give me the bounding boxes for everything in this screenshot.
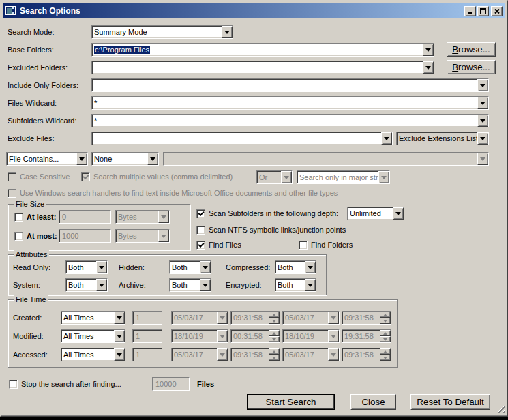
find-files-checkbox[interactable] xyxy=(196,241,205,250)
include-only-folders-combobox[interactable] xyxy=(91,78,489,92)
read-only-select[interactable]: Both xyxy=(65,260,108,274)
chevron-down-icon[interactable] xyxy=(114,330,125,342)
archive-value: Both xyxy=(170,279,200,291)
modified-mode-select[interactable]: All Times xyxy=(61,329,125,343)
chevron-down-icon[interactable] xyxy=(114,312,125,324)
accessed-count-input: 1 xyxy=(132,348,162,361)
archive-label: Archive: xyxy=(119,280,146,290)
chevron-down-icon[interactable] xyxy=(477,79,488,91)
accessed-mode-select[interactable]: All Times xyxy=(61,348,125,361)
close-icon xyxy=(494,9,500,14)
at-most-label: At most: xyxy=(27,231,57,241)
chevron-down-icon[interactable] xyxy=(423,61,434,74)
encrypted-select[interactable]: Both xyxy=(275,278,316,292)
chevron-down-icon[interactable] xyxy=(423,44,434,56)
windows-search-handlers-checkbox xyxy=(8,189,16,198)
system-select[interactable]: Both xyxy=(65,278,108,292)
stream-select: Search only in major strea xyxy=(297,170,390,184)
subfolders-wildcard-combobox[interactable]: * xyxy=(91,114,489,127)
at-least-unit-select: Bytes xyxy=(115,210,170,224)
created-date-from-picker: 05/03/17 xyxy=(171,311,228,325)
file-time-group-title: File Time xyxy=(14,295,48,304)
chevron-down-icon[interactable] xyxy=(305,279,316,291)
minimize-button[interactable] xyxy=(464,6,476,16)
chevron-down-icon[interactable] xyxy=(76,153,87,165)
scan-subfolders-checkbox[interactable] xyxy=(196,209,205,218)
files-unit-label: Files xyxy=(197,379,214,389)
titlebar[interactable]: Search Options xyxy=(3,3,505,18)
chevron-down-icon[interactable] xyxy=(477,132,488,145)
base-folders-input[interactable]: c:\Program Files xyxy=(92,44,423,56)
search-mode-select[interactable]: Summary Mode xyxy=(91,25,233,39)
hidden-select[interactable]: Both xyxy=(169,260,211,274)
multiple-values-label: Search multiple values (comma delimited) xyxy=(93,172,233,181)
archive-select[interactable]: Both xyxy=(169,278,211,292)
app-icon[interactable] xyxy=(5,5,16,16)
chevron-down-icon[interactable] xyxy=(477,97,488,109)
accessed-date-from-value: 05/03/17 xyxy=(172,348,217,361)
minimize-icon xyxy=(468,9,473,14)
chevron-down-icon[interactable] xyxy=(114,348,125,361)
files-wildcard-input[interactable]: * xyxy=(92,97,477,109)
close-dialog-button[interactable]: Close xyxy=(350,394,396,410)
find-folders-label: Find Folders xyxy=(311,240,353,250)
created-mode-select[interactable]: All Times xyxy=(61,311,125,325)
chevron-down-icon[interactable] xyxy=(96,279,107,291)
exclude-files-label: Exclude Files: xyxy=(8,134,54,143)
chevron-down-icon[interactable] xyxy=(477,115,488,127)
accessed-time-from-spinner: 09:31:58 xyxy=(230,348,280,361)
at-least-checkbox[interactable] xyxy=(14,213,23,222)
excluded-folders-combobox[interactable] xyxy=(91,61,434,74)
chevron-down-icon[interactable] xyxy=(200,279,211,291)
chevron-down-icon[interactable] xyxy=(200,261,211,273)
created-time-from-value: 09:31:58 xyxy=(231,312,269,324)
exclude-files-combobox[interactable] xyxy=(91,132,393,145)
find-folders-checkbox[interactable] xyxy=(299,241,308,250)
files-wildcard-combobox[interactable]: * xyxy=(91,96,489,110)
files-wildcard-label: Files Wildcard: xyxy=(8,98,57,108)
chevron-down-icon[interactable] xyxy=(222,26,233,38)
modified-time-from-spinner: 00:31:58 xyxy=(230,329,280,343)
subfolders-wildcard-input[interactable]: * xyxy=(92,115,477,127)
created-count-input: 1 xyxy=(132,311,162,325)
find-files-label: Find Files xyxy=(209,240,241,250)
scan-ntfs-links-checkbox[interactable] xyxy=(196,226,205,235)
chevron-down-icon[interactable] xyxy=(147,153,158,165)
excluded-folders-input[interactable] xyxy=(92,61,423,74)
close-button[interactable] xyxy=(491,6,503,16)
spinner-arrows-icon xyxy=(380,330,391,342)
reset-to-default-button[interactable]: Reset To Default xyxy=(410,394,490,410)
browse-excluded-folders-button[interactable]: Browse... xyxy=(447,60,496,74)
chevron-down-icon[interactable] xyxy=(96,261,107,273)
chevron-down-icon xyxy=(217,348,228,361)
created-time-to-spinner: 09:31:58 xyxy=(342,311,391,325)
stop-after-finding-checkbox[interactable] xyxy=(9,380,18,389)
accessed-time-to-spinner: 09:31:58 xyxy=(342,348,391,361)
compressed-value: Both xyxy=(275,261,305,273)
browse-base-folders-button[interactable]: Browse... xyxy=(447,42,496,57)
chevron-down-icon[interactable] xyxy=(393,207,404,220)
maximize-button[interactable] xyxy=(477,6,489,16)
file-contains-select[interactable]: File Contains... xyxy=(6,152,88,166)
chevron-down-icon xyxy=(158,211,169,223)
at-most-value-input: 1000 xyxy=(59,229,111,243)
exclude-files-input[interactable] xyxy=(92,132,381,145)
file-contains-value: File Contains... xyxy=(7,153,76,165)
read-only-label: Read Only: xyxy=(13,262,50,272)
contains-text-combobox xyxy=(163,152,489,166)
file-size-group-title: File Size xyxy=(14,199,46,209)
exclude-mode-select[interactable]: Exclude Extensions List xyxy=(396,132,489,145)
exclude-mode-value: Exclude Extensions List xyxy=(397,132,477,145)
scan-subfolders-label: Scan Subfolders in the following depth: xyxy=(209,209,338,218)
base-folders-combobox[interactable]: c:\Program Files xyxy=(91,43,434,57)
contains-type-select[interactable]: None xyxy=(91,152,159,166)
chevron-down-icon[interactable] xyxy=(305,261,316,273)
chevron-down-icon[interactable] xyxy=(381,132,392,145)
at-most-checkbox[interactable] xyxy=(14,232,23,241)
accessed-time-from-value: 09:31:58 xyxy=(231,348,269,361)
compressed-select[interactable]: Both xyxy=(275,260,316,274)
start-search-button[interactable]: Start Search xyxy=(247,394,335,410)
resize-grip[interactable] xyxy=(496,404,505,413)
include-only-folders-input[interactable] xyxy=(92,79,477,91)
scan-depth-select[interactable]: Unlimited xyxy=(347,207,404,220)
